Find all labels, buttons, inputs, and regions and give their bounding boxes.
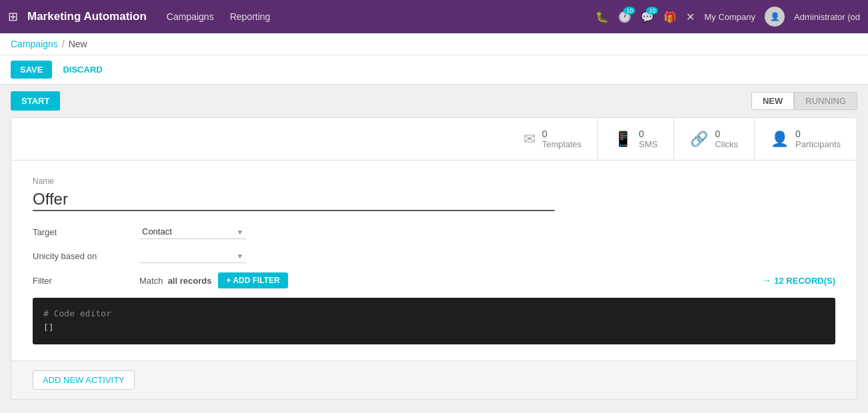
settings-icon[interactable]: ✕ — [686, 11, 695, 23]
breadcrumb-current: New — [69, 39, 87, 49]
clicks-count: 0 — [715, 129, 738, 139]
start-button[interactable]: START — [11, 91, 60, 111]
main-nav: Campaigns Reporting — [167, 9, 596, 25]
code-editor: # Code editor [] — [33, 298, 835, 344]
discard-button[interactable]: DISCARD — [57, 61, 107, 79]
breadcrumb: Campaigns / New — [0, 33, 868, 55]
start-bar: START NEW RUNNING — [0, 85, 868, 117]
unicity-select-wrapper: ▼ — [139, 248, 246, 263]
stat-participants[interactable]: 👤 0 Participants — [755, 118, 857, 160]
unicity-row: Unicity based on ▼ — [33, 248, 835, 263]
target-label: Target — [33, 227, 139, 237]
campaign-name-input[interactable] — [33, 189, 555, 211]
nav-reporting[interactable]: Reporting — [230, 9, 271, 25]
breadcrumb-parent[interactable]: Campaigns — [11, 39, 58, 49]
sms-count: 0 — [639, 129, 657, 139]
target-select-wrapper: Contact ▼ — [139, 224, 246, 239]
app-title: Marketing Automation — [27, 10, 147, 23]
topbar-right: 🐛 🕐 10 💬 10 🎁 ✕ My Company 👤 Administrat… — [595, 7, 860, 27]
chat-badge: 10 — [646, 7, 658, 15]
nav-campaigns[interactable]: Campaigns — [167, 9, 214, 25]
grid-icon[interactable]: ⊞ — [8, 9, 18, 24]
sms-icon: 📱 — [614, 131, 632, 148]
filter-row: Filter Match all records + ADD FILTER → … — [33, 272, 835, 288]
filter-records-link[interactable]: → 12 RECORD(S) — [762, 275, 835, 286]
target-row: Target Contact ▼ — [33, 224, 835, 239]
stat-clicks[interactable]: 🔗 0 Clicks — [674, 118, 755, 160]
stat-templates[interactable]: ✉ 0 Templates — [507, 118, 598, 160]
status-pill-new[interactable]: NEW — [751, 92, 794, 110]
clicks-label: Clicks — [715, 139, 738, 149]
add-activity-button[interactable]: ADD NEW ACTIVITY — [33, 370, 135, 390]
filter-match-text: Match all records — [139, 276, 211, 286]
templates-count: 0 — [542, 129, 581, 139]
mail-icon: ✉ — [523, 131, 535, 148]
add-filter-button[interactable]: + ADD FILTER — [218, 272, 287, 288]
code-comment: # Code editor — [43, 308, 825, 318]
participants-count: 0 — [795, 129, 841, 139]
stats-row: ✉ 0 Templates 📱 0 SMS 🔗 0 Clicks 👤 0 — [11, 118, 857, 161]
user-name: Administrator (od — [794, 12, 860, 22]
status-pill-running[interactable]: RUNNING — [794, 92, 857, 110]
breadcrumb-separator: / — [62, 39, 65, 49]
filter-records-count: 12 RECORD(S) — [774, 276, 835, 286]
save-button[interactable]: SAVE — [11, 61, 52, 79]
form-area: Name Target Contact ▼ Unicity based on ▼ — [11, 161, 857, 360]
bug-icon[interactable]: 🐛 — [595, 11, 609, 23]
status-pills: NEW RUNNING — [751, 92, 857, 110]
clock-icon[interactable]: 🕐 10 — [618, 11, 631, 23]
filter-label: Filter — [33, 276, 139, 286]
main-card: ✉ 0 Templates 📱 0 SMS 🔗 0 Clicks 👤 0 — [11, 117, 857, 400]
chat-icon[interactable]: 💬 10 — [641, 11, 654, 23]
avatar[interactable]: 👤 — [765, 7, 785, 27]
topbar: ⊞ Marketing Automation Campaigns Reporti… — [0, 0, 868, 33]
clicks-icon: 🔗 — [690, 131, 708, 148]
action-bar: SAVE DISCARD — [0, 55, 868, 85]
participants-icon: 👤 — [771, 131, 789, 148]
code-content: [] — [43, 322, 825, 332]
company-name[interactable]: My Company — [704, 12, 755, 22]
sms-label: SMS — [639, 139, 657, 149]
gift-icon[interactable]: 🎁 — [663, 11, 677, 23]
templates-label: Templates — [542, 139, 581, 149]
participants-label: Participants — [795, 139, 841, 149]
filter-records-arrow: → — [762, 275, 771, 286]
clock-badge: 10 — [623, 7, 635, 15]
target-select[interactable]: Contact — [139, 224, 246, 239]
name-label: Name — [33, 177, 835, 186]
add-activity-bar: ADD NEW ACTIVITY — [11, 360, 857, 399]
unicity-select[interactable] — [139, 248, 246, 263]
filter-content: Match all records + ADD FILTER → 12 RECO… — [139, 272, 835, 288]
stat-sms[interactable]: 📱 0 SMS — [598, 118, 674, 160]
unicity-label: Unicity based on — [33, 251, 139, 261]
filter-all-records: all records — [168, 276, 212, 286]
